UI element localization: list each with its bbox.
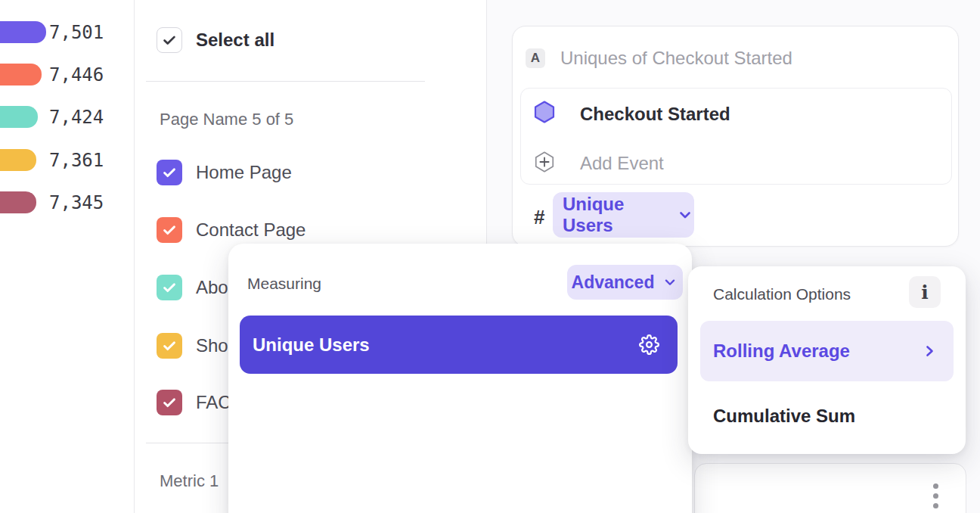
metric-label: Metric 1	[160, 471, 219, 491]
event-hexagon-icon	[532, 100, 557, 124]
menu-item-label: Unique Users	[253, 334, 370, 356]
segment-label[interactable]: Sho	[196, 333, 228, 359]
group-header: Page Name 5 of 5	[160, 110, 293, 129]
next-metric-card	[694, 463, 966, 513]
checkmark-icon	[161, 32, 178, 48]
section-divider	[146, 81, 425, 82]
measurement-dropdown[interactable]: Unique Users	[553, 192, 694, 238]
bar-swatch	[0, 106, 38, 128]
number-metric-icon: #	[534, 206, 544, 229]
chevron-right-icon	[920, 342, 938, 360]
event-name[interactable]: Checkout Started	[580, 104, 730, 125]
panel-divider	[134, 0, 135, 513]
measuring-menu-title: Measuring	[247, 275, 321, 293]
bar-value: 7,361	[49, 149, 104, 171]
checkbox-about-page[interactable]	[157, 275, 182, 300]
bar-value: 7,446	[49, 64, 104, 86]
checkbox-faq-page[interactable]	[157, 390, 182, 415]
bar-swatch	[0, 21, 46, 43]
query-title-input[interactable]: Uniques of Checkout Started	[560, 48, 792, 69]
add-event-label[interactable]: Add Event	[580, 153, 664, 174]
bar-swatch	[0, 149, 36, 171]
bar-swatch	[0, 64, 42, 86]
segment-label[interactable]: Abo	[196, 275, 228, 300]
bar-value: 7,424	[49, 106, 104, 128]
series-badge: A	[526, 48, 545, 68]
dot	[933, 503, 938, 508]
checkmark-icon	[161, 279, 178, 296]
menu-item-unique-users[interactable]: Unique Users	[240, 316, 678, 374]
kebab-menu-icon[interactable]	[933, 483, 939, 513]
checkmark-icon	[161, 337, 178, 354]
info-icon[interactable]: i	[909, 276, 941, 308]
measuring-menu: Measuring Advanced Unique Users Total Ev…	[228, 244, 692, 513]
segment-label[interactable]: FAC	[196, 390, 231, 415]
query-card: A Uniques of Checkout Started Checkout S…	[512, 26, 959, 247]
bar-value: 7,501	[49, 21, 104, 43]
menu-item-label: Rolling Average	[713, 340, 850, 362]
dot	[933, 493, 938, 499]
add-event-icon[interactable]	[533, 151, 556, 173]
dot	[933, 483, 938, 489]
checkmark-icon	[161, 222, 178, 238]
advanced-label: Advanced	[572, 272, 655, 293]
bar-value: 7,345	[49, 191, 104, 213]
select-all-label[interactable]: Select all	[196, 27, 274, 53]
chevron-down-icon	[676, 206, 694, 224]
checkbox-contact-page[interactable]	[157, 217, 182, 243]
gear-icon[interactable]	[639, 334, 659, 355]
event-block: Checkout Started Add Event	[520, 88, 952, 185]
measurement-value: Unique Users	[563, 194, 668, 236]
checkbox-home-page[interactable]	[157, 160, 182, 185]
advanced-dropdown[interactable]: Advanced	[567, 265, 683, 300]
menu-item-cumulative-sum[interactable]: Cumulative Sum	[713, 406, 855, 427]
calculation-options-menu: Calculation Options i Rolling Average Cu…	[688, 266, 966, 454]
segment-label[interactable]: Contact Page	[196, 217, 305, 243]
menu-item-rolling-average[interactable]: Rolling Average	[700, 321, 954, 381]
analytics-app: 7,501 7,446 7,424 7,361 7,345 Select all…	[0, 0, 980, 513]
checkbox-shop-page[interactable]	[157, 333, 182, 359]
chevron-down-icon	[662, 274, 678, 291]
calculation-options-title: Calculation Options	[713, 285, 851, 303]
checkmark-icon	[161, 394, 178, 411]
checkmark-icon	[161, 164, 178, 181]
segment-label[interactable]: Home Page	[196, 160, 292, 185]
select-all-checkbox[interactable]	[157, 27, 182, 53]
bar-swatch	[0, 191, 36, 213]
